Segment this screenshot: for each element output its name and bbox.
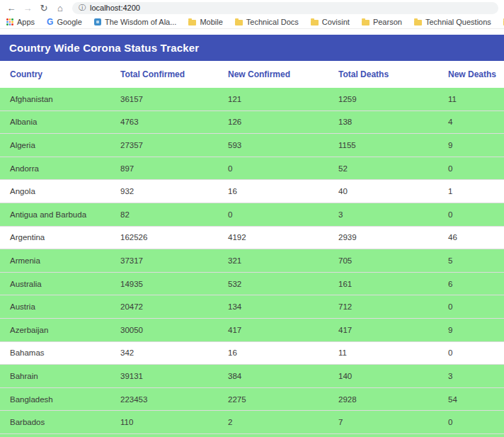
cell-total-confirmed: 14935 <box>110 280 218 288</box>
back-icon[interactable]: ← <box>6 4 17 13</box>
cell-total-deaths: 7 <box>328 418 438 426</box>
app-title: Country Wide Corona Status Tracker <box>9 42 199 54</box>
cell-new-confirmed: 321 <box>218 256 328 265</box>
cell-new-deaths: 6 <box>438 280 504 288</box>
bookmark-item-mobile[interactable]: Mobile <box>188 18 222 26</box>
cell-country: Andorra <box>0 164 110 173</box>
cell-total-deaths: 161 <box>328 280 438 288</box>
cell-new-confirmed: 0 <box>218 164 328 173</box>
bookmark-item-apps[interactable]: Apps <box>6 18 35 26</box>
cell-country: Angola <box>0 187 110 195</box>
table-row[interactable]: Angola 932 16 40 1 <box>0 180 504 203</box>
cell-total-deaths: 2939 <box>328 233 438 242</box>
table-row[interactable]: Albania 4763 126 138 4 <box>0 111 504 135</box>
table-row[interactable]: Bahrain 39131 384 140 3 <box>0 365 504 388</box>
bookmark-item-the-wisdom-of-ala[interactable]: The Wisdom of Ala... <box>94 18 176 26</box>
forward-icon[interactable]: → <box>22 4 33 13</box>
cell-new-confirmed: 2275 <box>218 395 328 404</box>
folder-icon <box>414 20 422 25</box>
table-row[interactable]: Antigua and Barbuda 82 0 3 0 <box>0 203 504 227</box>
folder-icon <box>311 20 319 25</box>
google-g-icon: G <box>47 18 53 26</box>
cell-total-confirmed: 223453 <box>110 395 218 404</box>
cell-new-deaths: 0 <box>438 164 504 173</box>
cell-new-deaths: 5 <box>438 256 504 265</box>
address-bar[interactable]: ⓘ localhost:4200 <box>72 2 498 14</box>
cell-country: Barbados <box>0 418 110 426</box>
cell-new-deaths: 46 <box>438 233 504 242</box>
page-info-icon[interactable]: ⓘ <box>79 4 86 11</box>
bookmark-item-pearson[interactable]: Pearson <box>362 18 402 26</box>
cell-new-deaths: 0 <box>438 418 504 426</box>
column-header-new-confirmed: New Confirmed <box>218 69 328 79</box>
url-text[interactable]: localhost:4200 <box>90 4 140 12</box>
table-row[interactable]: Argentina 162526 4192 2939 46 <box>0 227 504 250</box>
table-body: Afghanistan 36157 121 1259 11 Albania 47… <box>0 88 504 437</box>
table-row[interactable]: Bahamas 342 16 11 0 <box>0 342 504 365</box>
folder-icon <box>235 20 243 25</box>
home-icon[interactable]: ⌂ <box>55 4 66 13</box>
table-row[interactable]: Algeria 27357 593 1155 9 <box>0 134 504 157</box>
cell-total-confirmed: 37317 <box>110 256 218 265</box>
table-row[interactable]: Australia 14935 532 161 6 <box>0 273 504 296</box>
folder-icon <box>362 20 370 25</box>
column-header-country: Country <box>0 69 110 79</box>
cell-country: Bahamas <box>0 348 110 357</box>
cell-total-confirmed: 36157 <box>110 95 218 103</box>
cell-new-deaths: 4 <box>438 118 504 126</box>
cell-total-confirmed: 342 <box>110 348 218 357</box>
cell-total-deaths: 417 <box>328 326 438 334</box>
bookmark-item-technical-docs[interactable]: Technical Docs <box>235 18 299 26</box>
cell-total-deaths: 3 <box>328 210 438 219</box>
cell-country: Australia <box>0 280 110 288</box>
cell-country: Azerbaijan <box>0 326 110 334</box>
cell-total-deaths: 2928 <box>328 395 438 404</box>
column-header-new-deaths: New Deaths <box>438 69 504 79</box>
cell-total-confirmed: 162526 <box>110 233 218 242</box>
cell-new-deaths: 0 <box>438 302 504 311</box>
cell-new-deaths: 1 <box>438 187 504 195</box>
cell-new-deaths: 9 <box>438 326 504 334</box>
table-row[interactable]: Barbados 110 2 7 0 <box>0 411 504 434</box>
cell-country: Albania <box>0 118 110 126</box>
bookmarks-bar: Apps G Google The Wisdom of Ala... Mobil… <box>0 16 504 29</box>
folder-icon <box>188 20 196 25</box>
bookmark-item-covisint[interactable]: Covisint <box>311 18 350 26</box>
cell-total-confirmed: 4763 <box>110 118 218 126</box>
cell-total-confirmed: 932 <box>110 187 218 195</box>
cell-total-deaths: 1155 <box>328 141 438 149</box>
table-row[interactable]: Azerbaijan 30050 417 417 9 <box>0 319 504 342</box>
reload-icon[interactable]: ↻ <box>38 4 50 13</box>
cell-country: Armenia <box>0 256 110 265</box>
cell-new-confirmed: 593 <box>218 141 328 149</box>
column-header-total-deaths: Total Deaths <box>328 69 438 79</box>
table-row[interactable]: Afghanistan 36157 121 1259 11 <box>0 88 504 111</box>
cell-new-confirmed: 16 <box>218 348 328 357</box>
cell-new-deaths: 3 <box>438 372 504 380</box>
cell-new-deaths: 9 <box>438 141 504 149</box>
cell-total-confirmed: 30050 <box>110 326 218 334</box>
cell-new-confirmed: 417 <box>218 326 328 334</box>
cell-new-deaths: 54 <box>438 395 504 404</box>
cell-total-deaths: 1259 <box>328 95 438 103</box>
table-row[interactable]: Andorra 897 0 52 0 <box>0 157 504 181</box>
cell-total-deaths: 11 <box>328 348 438 357</box>
cell-new-confirmed: 0 <box>218 210 328 219</box>
table-row[interactable]: Armenia 37317 321 705 5 <box>0 249 504 273</box>
cell-total-confirmed: 39131 <box>110 372 218 380</box>
bookmark-item-technial-questions[interactable]: Technial Questions <box>414 18 491 26</box>
cell-new-confirmed: 121 <box>218 95 328 103</box>
cell-new-confirmed: 384 <box>218 372 328 380</box>
table-row[interactable]: Austria 20472 134 712 0 <box>0 295 504 319</box>
table-row[interactable]: Bangladesh 223453 2275 2928 54 <box>0 388 504 412</box>
cell-new-confirmed: 16 <box>218 187 328 195</box>
cell-country: Bahrain <box>0 372 110 380</box>
cell-total-confirmed: 20472 <box>110 302 218 311</box>
cell-new-deaths: 11 <box>438 95 504 103</box>
apps-grid-icon <box>6 18 13 25</box>
cell-new-deaths: 0 <box>438 348 504 357</box>
bookmark-item-google[interactable]: G Google <box>47 18 82 26</box>
cell-country: Bangladesh <box>0 395 110 404</box>
cell-country: Argentina <box>0 233 110 242</box>
cell-new-confirmed: 2 <box>218 418 328 426</box>
